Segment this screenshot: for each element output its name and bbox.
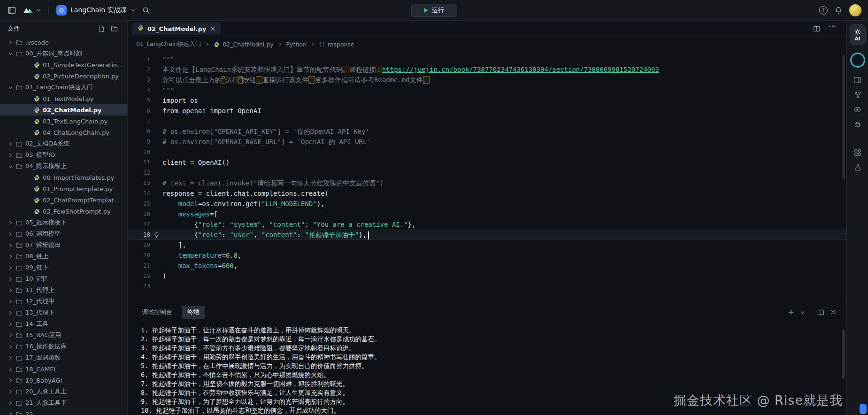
folder-tree-item[interactable]: 13_代理下 [0,307,127,318]
file-tree-item[interactable]: 04_ChatLongChain.py [0,127,127,138]
debug-icon[interactable] [854,121,861,128]
app-logo[interactable] [23,7,41,14]
file-tree-item[interactable]: 01_TextModel.py [0,93,127,104]
line-number: 20 [128,250,150,261]
ai-assistant-button[interactable]: AI [850,24,866,45]
code-line[interactable]: 12 [128,168,846,178]
folder-tree-item[interactable]: 09_链下 [0,262,127,273]
code-line[interactable]: 10 [128,147,846,157]
file-tree-item[interactable]: 02_PictureDescription.py [0,70,127,82]
code-editor[interactable]: 1"""2本文件是【LangChain系统安装和快速入门】章节的配套代码。课程链… [128,51,846,303]
folder-tree-item[interactable]: 17_回调函数 [0,352,127,363]
file-tree-item[interactable]: 03_TextLangChain.py [0,115,127,127]
layout-sidebar-icon[interactable] [6,4,18,16]
breadcrumb-item[interactable]: 02_ChatModel.py [214,41,273,48]
folder-tree-item[interactable]: 22_ [0,408,127,415]
new-folder-icon[interactable] [111,25,118,32]
plugin-avatar[interactable] [850,53,865,68]
folder-tree-item[interactable]: 08_链上 [0,251,127,262]
folder-tree-item[interactable]: 01_LangChain快速入门 [0,82,127,93]
project-switcher[interactable]: LangChain 实战课 [56,5,135,15]
assistant-indicator[interactable] [860,404,867,414]
code-line[interactable]: 17 {"role": "system", "content": "You ar… [128,219,846,230]
code-line[interactable]: 20 temperature=0.8, [128,250,846,261]
code-line[interactable]: 1""" [128,54,846,64]
code-line[interactable]: 8# os.environ["OPENAI_API_KEY"] = '你的Ope… [128,126,846,137]
code-line[interactable]: 14response = client.chat.completions.cre… [128,188,846,199]
open-panel-icon[interactable] [853,76,861,84]
folder-tree-item[interactable]: 18_CAMEL [0,363,127,375]
code-line[interactable]: 23 [128,281,846,292]
file-tree-item[interactable]: 02_ChatPromptTemplate.py [0,194,127,206]
breadcrumb-item[interactable]: Python [286,41,307,48]
breadcrumb-item[interactable]: response [319,41,354,48]
code-line[interactable]: 2本文件是【LangChain系统安装和快速入门】章节的配套代码。课程链接：ht… [128,64,846,75]
project-name: LangChain 实战课 [70,6,127,15]
folder-tree-item[interactable]: 11_代理上 [0,284,127,296]
code-line[interactable]: 5import os [128,95,846,106]
new-file-icon[interactable] [98,25,105,32]
folder-tree-item[interactable]: 21_人脉工具下 [0,397,127,408]
editor-area: 02_ChatModel.py 01_LangChain快速入门02_ChatM… [128,21,846,415]
terminal-scrollbar[interactable] [842,330,845,379]
code-line[interactable]: 21 max_tokens=600, [128,261,846,271]
preview-icon[interactable] [853,106,861,114]
panel-split-icon[interactable] [817,309,824,316]
extensions-icon[interactable] [854,149,861,156]
code-line[interactable]: 3您可以点击最上方的“运行”按钮，直接运行该文件。更多操作指引请参考Readme… [128,75,846,85]
code-line[interactable]: 15 model=os.environ.get("LLM_MODELEND"), [128,199,846,209]
folder-tree-item[interactable]: 02_文档QA系统 [0,138,127,149]
folder-tree-item[interactable]: 05_提示模板下 [0,217,127,228]
file-tree-item[interactable]: 01_PromptTemplate.py [0,183,127,194]
code-text: ) [162,271,166,281]
tab-debug-console[interactable]: 调试控制台 [141,306,173,319]
editor-scrollbar[interactable] [842,55,845,179]
help-icon[interactable]: ? [819,6,828,15]
user-avatar[interactable] [849,4,861,16]
code-line[interactable]: 7 [128,116,846,126]
breadcrumb-item[interactable]: 01_LangChain快速入门 [136,40,201,48]
file-tree-item[interactable]: 02_ChatModel.py [0,104,127,115]
folder-tree-item[interactable]: 19_BabyAGI [0,375,127,386]
file-tree-item[interactable]: 01_SimpleTextGeneration.py [0,59,127,70]
folder-tree-item[interactable]: 12_代理中 [0,296,127,307]
file-tree-item[interactable]: 00_ImportTemplates.py [0,172,127,183]
folder-tree-item[interactable]: .vscode [0,37,127,48]
code-line[interactable]: 18 {"role": "user", "content": "抡起锤子加油干"… [128,230,846,240]
file-tree-item[interactable]: 03_FewShotPrompt.py [0,206,127,217]
folder-tree-item[interactable]: 04_提示模板上 [0,161,127,172]
search-icon[interactable] [140,4,152,16]
run-button[interactable]: 运行 [411,4,457,17]
git-fork-icon[interactable] [854,91,861,99]
code-line[interactable]: 11client = OpenAI() [128,157,846,168]
folder-tree-item[interactable]: 16_操作数据库 [0,341,127,352]
editor-tab[interactable]: 02_ChatModel.py [132,23,221,35]
code-line[interactable]: 6from openai import OpenAI [128,106,846,116]
folder-tree-item[interactable]: 06_调用模型 [0,228,127,239]
code-line[interactable]: 16 messages=[ [128,209,846,219]
code-line[interactable]: 19 ], [128,240,846,250]
code-line[interactable]: 22) [128,271,846,281]
folder-tree-item[interactable]: 00_开篇词_奇点时刻 [0,48,127,59]
panel-close-icon[interactable] [830,309,836,315]
folder-tree-item[interactable]: 03_模型IO [0,149,127,161]
tab-bar: 02_ChatModel.py [128,21,846,37]
code-line[interactable]: 4""" [128,85,846,95]
folder-tree-item[interactable]: 14_工具 [0,318,127,330]
split-editor-icon[interactable] [813,25,820,32]
bell-icon[interactable] [835,7,842,14]
code-line[interactable]: 13# text = client.invoke("请给我写一句情人节红玫瑰的中… [128,178,846,188]
folder-tree-item[interactable]: 07_解析输出 [0,239,127,251]
chevron-down-icon[interactable] [800,310,805,315]
more-actions-icon[interactable] [829,25,836,32]
lightbulb-icon[interactable] [150,232,162,238]
tab-close-icon[interactable] [210,26,215,31]
test-icon[interactable] [854,163,861,171]
tab-terminal[interactable]: 终端 [182,306,205,319]
add-terminal-icon[interactable] [788,309,794,315]
folder-tree-item[interactable]: 10_记忆 [0,273,127,284]
code-line[interactable]: 9# os.environ["OPENAI_BASE_URL"] = 'Open… [128,137,846,147]
folder-tree-item[interactable]: 15_RAG应用 [0,330,127,341]
chevron-right-icon [8,311,13,315]
folder-tree-item[interactable]: 20_人脉工具上 [0,386,127,397]
